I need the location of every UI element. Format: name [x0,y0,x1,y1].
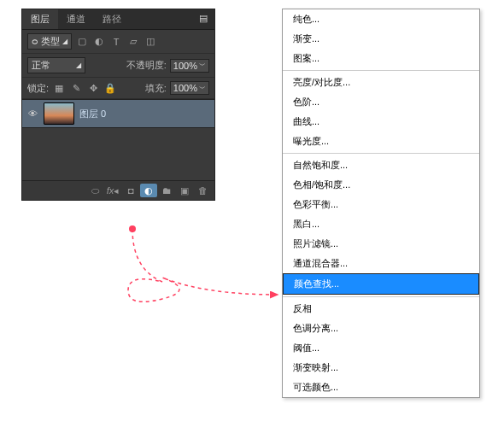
layer-thumbnail[interactable] [44,102,74,125]
opacity-value: 100% [173,61,197,71]
menu-separator [283,153,479,154]
chevron-down-icon: ﹀ [199,84,206,93]
menu-item[interactable]: 渐变映射... [283,358,479,377]
svg-point-0 [129,225,136,232]
adjustment-layer-icon[interactable]: ◐ [140,184,157,197]
type-filter-icon[interactable]: T [109,36,123,48]
menu-item[interactable]: 照片滤镜... [283,234,479,254]
adjust-filter-icon[interactable]: ◐ [92,36,106,48]
menu-item[interactable]: 通道混合器... [283,254,479,273]
panel-footer: ⬭ fx◂ ◘ ◐ 🖿 ▣ 🗑 [22,180,214,200]
menu-item[interactable]: 纯色... [283,9,479,29]
link-icon[interactable]: ⬭ [86,184,103,197]
annotation-arrow [120,214,286,316]
layers-panel: 图层 通道 路径 ▤ ᴑ 类型 ◢ ▢ ◐ T ▱ ◫ 正常 ◢ 不透明度: 1… [21,9,215,201]
menu-item[interactable]: 曝光度... [283,132,479,151]
layer-list: 👁 图层 0 [22,99,214,180]
chevron-down-icon: ◢ [62,38,67,45]
lock-label: 锁定: [27,82,49,95]
menu-separator [283,296,479,297]
menu-item[interactable]: 反相 [283,299,479,319]
filter-row: ᴑ 类型 ◢ ▢ ◐ T ▱ ◫ [22,30,214,54]
blend-mode-select[interactable]: 正常 ◢ [27,57,85,73]
chevron-down-icon: ◢ [76,61,81,69]
menu-item[interactable]: 曲线... [283,112,479,132]
delete-icon[interactable]: 🗑 [194,184,211,197]
smart-filter-icon[interactable]: ◫ [144,36,157,48]
tab-channels[interactable]: 通道 [58,9,94,29]
lock-brush-icon[interactable]: ✎ [69,82,83,94]
menu-item[interactable]: 色彩平衡... [283,195,479,214]
visibility-icon[interactable]: 👁 [26,108,38,119]
menu-item[interactable]: 亮度/对比度... [283,73,479,92]
fill-value: 100% [173,83,197,93]
image-filter-icon[interactable]: ▢ [75,36,89,48]
filter-type-select[interactable]: ᴑ 类型 ◢ [27,33,72,50]
lock-row: 锁定: ▦ ✎ ✥ 🔒 填充: 100% ﹀ [22,78,214,99]
tab-layers[interactable]: 图层 [22,9,58,29]
lock-move-icon[interactable]: ✥ [86,82,100,94]
blend-row: 正常 ◢ 不透明度: 100% ﹀ [22,54,214,78]
lock-all-icon[interactable]: 🔒 [103,82,117,94]
search-icon: ᴑ [32,36,38,47]
menu-item[interactable]: 黑白... [283,214,479,234]
menu-item[interactable]: 色阶... [283,92,479,112]
blend-mode-value: 正常 [32,59,50,72]
shape-filter-icon[interactable]: ▱ [126,36,140,48]
new-layer-icon[interactable]: ▣ [176,184,193,197]
menu-item[interactable]: 色相/饱和度... [283,175,479,195]
mask-icon[interactable]: ◘ [122,184,139,197]
fx-icon[interactable]: fx◂ [104,184,121,197]
menu-item[interactable]: 颜色查找... [283,273,479,295]
menu-item[interactable]: 色调分离... [283,319,479,338]
opacity-label: 不透明度: [126,59,167,72]
group-icon[interactable]: 🖿 [158,184,175,197]
menu-item[interactable]: 阈值... [283,338,479,358]
chevron-down-icon: ﹀ [199,61,206,70]
panel-tabs: 图层 通道 路径 ▤ [22,9,214,30]
panel-menu-icon[interactable]: ▤ [192,9,214,29]
menu-item[interactable]: 图案... [283,49,479,68]
menu-item[interactable]: 渐变... [283,29,479,49]
tab-paths[interactable]: 路径 [94,9,130,29]
menu-item[interactable]: 可选颜色... [283,377,479,397]
layer-row[interactable]: 👁 图层 0 [22,99,214,128]
fill-input[interactable]: 100% ﹀ [170,81,209,95]
filter-label: 类型 [41,35,60,48]
lock-transparent-icon[interactable]: ▦ [52,82,66,94]
opacity-input[interactable]: 100% ﹀ [170,59,209,73]
menu-separator [283,70,479,71]
layer-name[interactable]: 图层 0 [79,108,106,120]
fill-label: 填充: [145,82,167,95]
menu-item[interactable]: 自然饱和度... [283,155,479,175]
adjustment-context-menu: 纯色...渐变...图案...亮度/对比度...色阶...曲线...曝光度...… [282,9,480,398]
